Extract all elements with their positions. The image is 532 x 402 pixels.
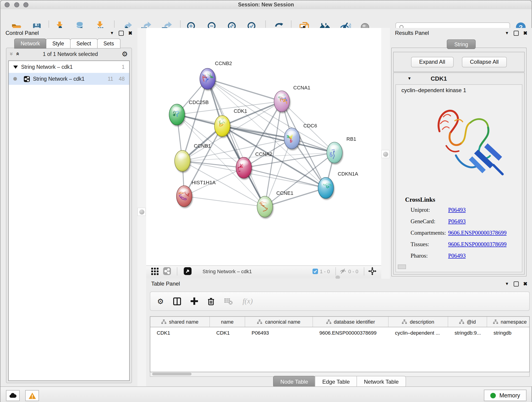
panel-close-icon[interactable]: ✖ (523, 281, 527, 286)
node-label-HIST1H1A: HIST1H1A (191, 180, 215, 185)
column-type-icon (459, 319, 464, 324)
results-scrollbar[interactable] (398, 264, 406, 269)
column-label: namespace (500, 319, 527, 325)
warning-status-button[interactable] (25, 390, 39, 401)
right-splitter[interactable] (381, 28, 390, 279)
tab-node-table[interactable]: Node Table (273, 376, 316, 387)
column-header-database-identifier[interactable]: database identifier (313, 317, 389, 327)
network-node-CDKN1A[interactable]: CDKN1A (318, 171, 358, 198)
selected-count: 1 - 0 (320, 268, 330, 274)
table-cell: cyclin–dependent ... (389, 327, 448, 338)
node-gloss-highlight (287, 130, 297, 137)
crosslink-link[interactable]: P06493 (448, 207, 466, 214)
network-tab-body: » » 1 of 1 Network selected ⚙ String Net… (6, 48, 132, 383)
hidden-count: 0 - 0 (348, 268, 358, 274)
memory-button[interactable]: Memory (484, 390, 526, 401)
toolbar-separator (364, 267, 364, 275)
table-row[interactable]: CDK1CDK1P064939606.ENSP00000378699cyclin… (150, 327, 529, 338)
tab-sets[interactable]: Sets (97, 38, 120, 49)
table-hscrollbar-thumb[interactable] (152, 373, 191, 375)
collection-expander-icon[interactable] (13, 65, 18, 69)
function-builder-icon[interactable]: f(x) (243, 297, 253, 305)
crosslink-row: Compartments:9606.ENSP00000378699 (411, 230, 518, 236)
tab-string[interactable]: String (447, 39, 475, 49)
node-gloss-highlight (321, 180, 331, 187)
node-gloss-highlight (239, 160, 249, 167)
tab-network-table[interactable]: Network Table (357, 376, 406, 387)
column-header--id[interactable]: @id (448, 317, 487, 327)
cloud-status-button[interactable] (6, 390, 20, 401)
selection-checkbox-icon[interactable] (312, 268, 318, 274)
network-graph[interactable]: CCNB2CCNA1CDC25BCDK1CDC6RB1CCNB1CCNA2CDK… (146, 28, 381, 265)
network-node-CCNA1[interactable]: CCNA1 (274, 85, 310, 112)
tab-select[interactable]: Select (70, 38, 98, 49)
columns-icon[interactable] (173, 297, 181, 305)
network-collection-row[interactable]: String Network – cdk1 1 (9, 61, 129, 73)
grid-view-icon[interactable] (151, 268, 158, 275)
crosslink-row: Pharos:P06493 (411, 253, 518, 259)
node-gloss-highlight (330, 145, 339, 152)
expand-all-button[interactable]: Expand All (411, 57, 453, 67)
tab-style[interactable]: Style (46, 38, 70, 49)
toolbar-separator (336, 267, 336, 275)
add-row-plus-icon[interactable] (191, 298, 198, 305)
collection-count: 1 (122, 64, 125, 70)
delete-trash-icon[interactable] (208, 297, 215, 305)
column-header-name[interactable]: name (210, 317, 245, 327)
panel-close-icon[interactable]: ✖ (128, 31, 133, 36)
panel-menu-icon[interactable]: ▼ (505, 282, 509, 286)
panel-menu-icon[interactable]: ▼ (110, 31, 114, 35)
crosslink-link[interactable]: 9606.ENSP00000378699 (448, 230, 507, 236)
column-header-namespace[interactable]: namespace (487, 317, 530, 327)
network-list-header: » » 1 of 1 Network selected ⚙ (6, 48, 132, 60)
left-splitter-handle[interactable] (138, 208, 146, 216)
gene-card: ▼ CDK1 cyclin–dependent kinase 1 (393, 72, 525, 274)
center-view-icon[interactable] (368, 267, 377, 275)
memory-label: Memory (500, 392, 520, 399)
network-canvas[interactable]: CCNB2CCNA1CDC25BCDK1CDC6RB1CCNB1CCNA2CDK… (146, 28, 381, 265)
network-edge-HIST1H1A-CCNE1[interactable] (184, 196, 265, 207)
tab-edge-table[interactable]: Edge Table (315, 376, 357, 387)
column-header-shared-name[interactable]: shared name (150, 317, 210, 327)
control-panel-tabs: NetworkStyleSelectSets (14, 38, 120, 49)
right-splitter-handle[interactable] (381, 150, 389, 158)
network-options-gear-icon[interactable]: ⚙ (122, 50, 128, 58)
network-node-HIST1H1A[interactable]: HIST1H1A (177, 180, 215, 207)
column-label: canonical name (265, 319, 300, 325)
column-type-icon (257, 319, 262, 324)
panel-float-icon[interactable] (514, 281, 519, 286)
network-row[interactable]: String Network – cdk1 11 48 (9, 73, 129, 85)
collection-label: String Network – cdk1 (21, 64, 73, 70)
hidden-eye-icon[interactable] (340, 268, 346, 274)
clear-table-icon[interactable] (224, 298, 233, 305)
network-edge-CCNB2-CCNE1[interactable] (208, 79, 265, 207)
gene-expander-icon[interactable]: ▼ (407, 77, 412, 81)
node-label-CDKN1A: CDKN1A (338, 171, 358, 177)
network-list: String Network – cdk1 1 String Network –… (8, 61, 130, 381)
crosslink-link[interactable]: P06493 (448, 253, 466, 259)
network-node-RB1[interactable]: RB1 (327, 136, 356, 163)
table-header-row: shared namenamecanonical namedatabase id… (150, 317, 529, 327)
panel-close-icon[interactable]: ✖ (523, 31, 527, 36)
network-edge-CDKN1A-CCNE1[interactable] (265, 188, 326, 207)
left-splitter[interactable] (138, 28, 146, 386)
column-header-description[interactable]: description (389, 317, 448, 327)
network-edge-CCNB2-CCNA1[interactable] (208, 79, 282, 101)
column-header-canonical-name[interactable]: canonical name (245, 317, 313, 327)
horizontal-splitter[interactable] (146, 276, 381, 279)
tab-network[interactable]: Network (14, 38, 46, 49)
collapse-all-button[interactable]: Collapse All (462, 57, 507, 67)
title-bar[interactable]: Session: New Session (0, 0, 532, 10)
network-edge-CCNB2-RB1[interactable] (208, 79, 335, 153)
panel-float-icon[interactable] (119, 31, 124, 36)
settings-gear-icon[interactable]: ⚙ (157, 297, 164, 306)
crosslink-link[interactable]: P06493 (448, 218, 466, 225)
panel-float-icon[interactable] (514, 31, 519, 36)
birdseye-view-icon[interactable] (184, 267, 191, 275)
collapse-all-networks-icon[interactable]: » (14, 52, 21, 56)
panel-menu-icon[interactable]: ▼ (505, 31, 509, 35)
crosslink-link[interactable]: 9606.ENSP00000378699 (448, 241, 507, 248)
share-view-icon[interactable] (163, 267, 171, 275)
cloud-icon (9, 393, 17, 398)
node-table[interactable]: shared namenamecanonical namedatabase id… (150, 316, 530, 372)
